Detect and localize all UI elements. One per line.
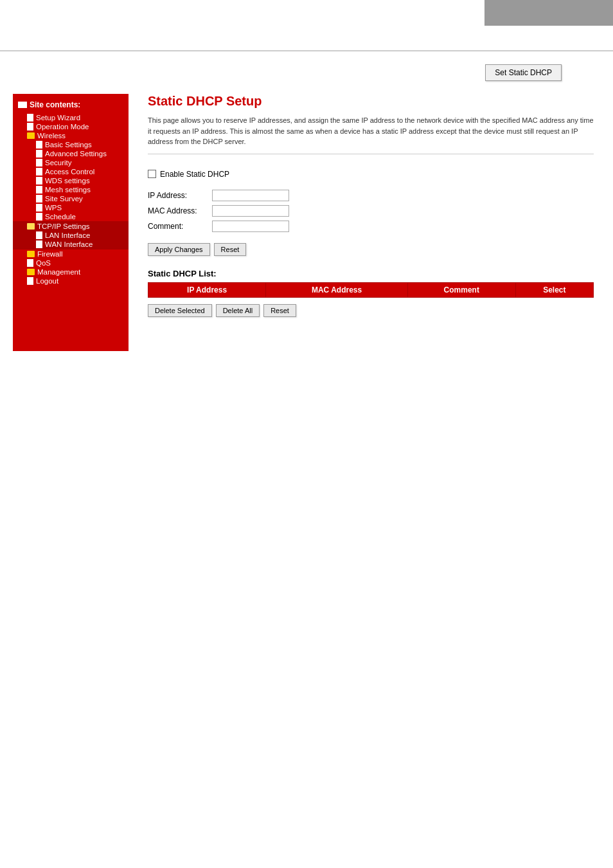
mac-address-input[interactable] [212,205,289,217]
doc-icon [36,204,42,212]
doc-icon [27,259,33,267]
doc-icon [27,114,33,122]
folder-icon [27,251,35,257]
folder-icon [27,132,35,139]
enable-static-dhcp-checkbox[interactable] [148,170,156,178]
top-button-area: Set Static DHCP [0,51,613,87]
enable-row: Enable Static DHCP [148,170,594,179]
sidebar-item-qos[interactable]: QoS [18,258,123,267]
set-static-dhcp-button[interactable]: Set Static DHCP [485,64,562,81]
form-button-row: Apply Changes Reset [148,243,594,256]
content-area: Static DHCP Setup This page allows you t… [141,94,600,351]
delete-selected-button[interactable]: Delete Selected [148,304,212,317]
doc-icon [36,159,42,167]
col-select: Select [515,282,593,297]
sidebar-item-basic-settings[interactable]: Basic Settings [18,140,123,149]
header [0,0,613,51]
doc-icon [36,231,42,239]
col-comment: Comment [407,282,515,297]
sidebar-item-lan-interface[interactable]: LAN Interface [18,231,123,240]
folder-icon [27,269,35,275]
mac-address-label: MAC Address: [148,203,212,219]
col-mac-address: MAC Address [266,282,408,297]
list-title: Static DHCP List: [148,269,594,278]
sidebar-item-site-survey[interactable]: Site Survey [18,194,123,203]
sidebar-item-wan-interface[interactable]: WAN Interface [18,240,123,249]
active-section: TCP/IP Settings LAN Interface WAN Interf… [13,221,129,249]
page-title: Static DHCP Setup [148,94,594,109]
sidebar: Site contents: Setup Wizard Operation Mo… [13,94,129,351]
header-bar [484,0,613,26]
main-layout: Site contents: Setup Wizard Operation Mo… [0,87,613,357]
doc-icon [36,186,42,194]
sidebar-item-mesh-settings[interactable]: Mesh settings [18,185,123,194]
mac-address-row: MAC Address: [148,203,293,219]
sidebar-title: Site contents: [18,100,123,109]
sidebar-item-wireless[interactable]: Wireless [18,131,123,140]
sidebar-item-operation-mode[interactable]: Operation Mode [18,122,123,131]
doc-icon [36,240,42,248]
dhcp-table: IP Address MAC Address Comment Select [148,282,594,298]
sidebar-item-wps[interactable]: WPS [18,203,123,212]
dhcp-table-header-row: IP Address MAC Address Comment Select [148,282,594,297]
ip-address-row: IP Address: [148,188,293,203]
doc-icon [36,195,42,203]
doc-icon [36,141,42,149]
comment-label: Comment: [148,219,212,234]
form-table: IP Address: MAC Address: Comment: [148,188,293,234]
sidebar-item-access-control[interactable]: Access Control [18,167,123,176]
sidebar-item-security[interactable]: Security [18,158,123,167]
doc-icon [27,277,33,285]
doc-icon [36,150,42,158]
bottom-reset-button[interactable]: Reset [263,304,296,317]
sidebar-item-firewall[interactable]: Firewall [18,249,123,258]
bottom-button-row: Delete Selected Delete All Reset [148,304,594,317]
apply-changes-button[interactable]: Apply Changes [148,243,210,256]
sidebar-item-logout[interactable]: Logout [18,276,123,285]
sidebar-item-advanced-settings[interactable]: Advanced Settings [18,149,123,158]
enable-static-dhcp-label: Enable Static DHCP [160,170,229,179]
sidebar-item-tcpip[interactable]: TCP/IP Settings [18,222,123,231]
sidebar-item-setup-wizard[interactable]: Setup Wizard [18,113,123,122]
sidebar-item-management[interactable]: Management [18,267,123,276]
comment-input[interactable] [212,221,289,232]
delete-all-button[interactable]: Delete All [216,304,260,317]
col-ip-address: IP Address [148,282,266,297]
doc-icon [36,177,42,185]
doc-icon [36,213,42,221]
doc-icon [27,123,33,131]
sidebar-item-schedule[interactable]: Schedule [18,212,123,221]
ip-address-input[interactable] [212,190,289,201]
doc-icon [36,168,42,176]
reset-button[interactable]: Reset [214,243,247,256]
comment-row: Comment: [148,219,293,234]
ip-address-label: IP Address: [148,188,212,203]
folder-icon-active [27,223,35,230]
sidebar-icon [18,102,27,108]
page-description: This page allows you to reserve IP addre… [148,115,594,154]
sidebar-item-wds-settings[interactable]: WDS settings [18,176,123,185]
